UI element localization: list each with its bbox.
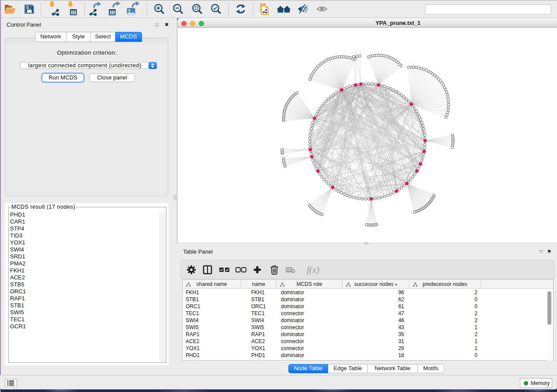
svg-text:f(x): f(x) (307, 265, 319, 275)
